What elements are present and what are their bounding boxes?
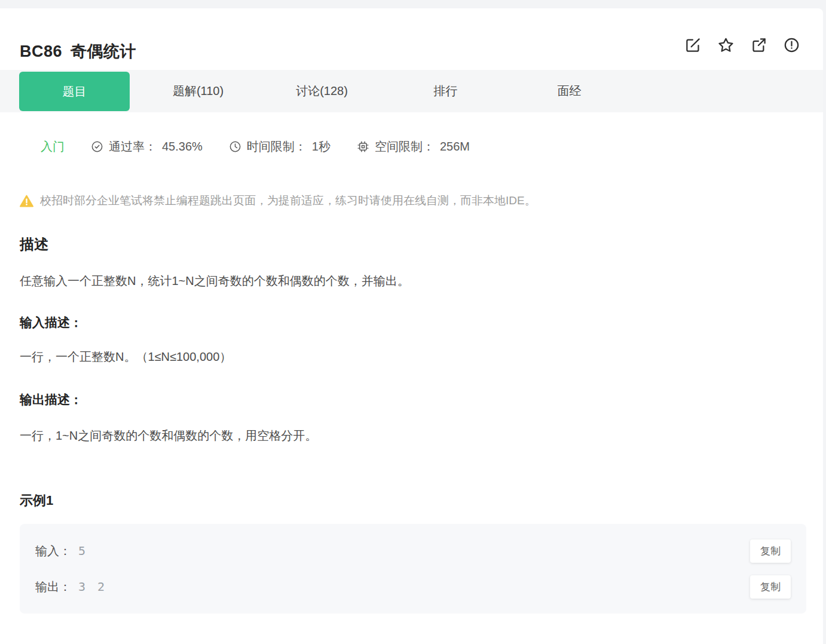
- clock-icon: [229, 140, 241, 153]
- space-limit-label: 空间限制：: [375, 139, 435, 155]
- copy-input-button[interactable]: 复制: [750, 539, 791, 563]
- output-description-heading: 输出描述：: [20, 391, 803, 408]
- pass-rate: 通过率：45.36%: [91, 139, 203, 155]
- example-heading: 示例1: [20, 492, 803, 510]
- meta-row: 入门 通过率：45.36% 时间限制：1秒 空间限制：256M: [20, 138, 803, 155]
- notice-banner: 校招时部分企业笔试将禁止编程题跳出页面，为提前适应，练习时请使用在线自测，而非本…: [20, 193, 803, 208]
- space-limit-value: 256M: [440, 140, 470, 154]
- page-title: BC86 奇偶统计: [20, 41, 136, 62]
- problem-panel: BC86 奇偶统计 题目 题解(110) 讨论(128) 排行 面经: [0, 8, 823, 644]
- input-description-heading: 输入描述：: [20, 314, 803, 331]
- tab-bar: 题目 题解(110) 讨论(128) 排行 面经: [0, 70, 823, 112]
- star-icon[interactable]: [718, 37, 734, 53]
- pass-rate-value: 45.36%: [162, 140, 203, 154]
- report-icon[interactable]: [784, 37, 800, 53]
- difficulty-badge: 入门: [41, 139, 65, 155]
- pass-rate-label: 通过率：: [109, 139, 157, 155]
- time-limit: 时间限制：1秒: [229, 139, 331, 155]
- example-output-row: 输出： 3 2 复制: [35, 575, 791, 598]
- example-input-label: 输入：: [35, 543, 71, 559]
- tab-solutions[interactable]: 题解(110): [136, 70, 260, 112]
- example-output-label: 输出：: [35, 579, 71, 595]
- description-heading: 描述: [20, 235, 803, 254]
- tab-problem[interactable]: 题目: [13, 70, 136, 112]
- edit-icon[interactable]: [685, 37, 701, 53]
- description-body: 任意输入一个正整数N，统计1~N之间奇数的个数和偶数的个数，并输出。: [20, 273, 803, 289]
- problem-id: BC86: [20, 42, 62, 61]
- output-description-body: 一行，1~N之间奇数的个数和偶数的个数，用空格分开。: [20, 428, 803, 444]
- problem-content: 入门 通过率：45.36% 时间限制：1秒 空间限制：256M: [0, 138, 823, 614]
- example-box: 输入： 5 复制 输出： 3 2 复制: [20, 524, 806, 614]
- check-circle-icon: [91, 140, 103, 153]
- problem-name: 奇偶统计: [71, 41, 136, 62]
- example-input-value: 5: [78, 544, 85, 558]
- space-limit: 空间限制：256M: [357, 139, 470, 155]
- example-output-value: 3 2: [78, 579, 105, 594]
- problem-header: BC86 奇偶统计: [0, 8, 823, 70]
- example-input-row: 输入： 5 复制: [35, 539, 791, 562]
- warning-triangle-icon: [20, 195, 33, 207]
- notice-text: 校招时部分企业笔试将禁止编程题跳出页面，为提前适应，练习时请使用在线自测，而非本…: [40, 193, 536, 208]
- memory-chip-icon: [357, 140, 369, 153]
- tab-discussion[interactable]: 讨论(128): [260, 70, 384, 112]
- time-limit-value: 1秒: [312, 139, 331, 155]
- input-description-body: 一行，一个正整数N。（1≤N≤100,000）: [20, 349, 803, 365]
- copy-output-button[interactable]: 复制: [750, 575, 791, 599]
- external-link-icon[interactable]: [751, 37, 767, 53]
- header-actions: [685, 37, 800, 53]
- time-limit-label: 时间限制：: [247, 139, 307, 155]
- tab-interview[interactable]: 面经: [507, 70, 631, 112]
- tab-ranking[interactable]: 排行: [384, 70, 507, 112]
